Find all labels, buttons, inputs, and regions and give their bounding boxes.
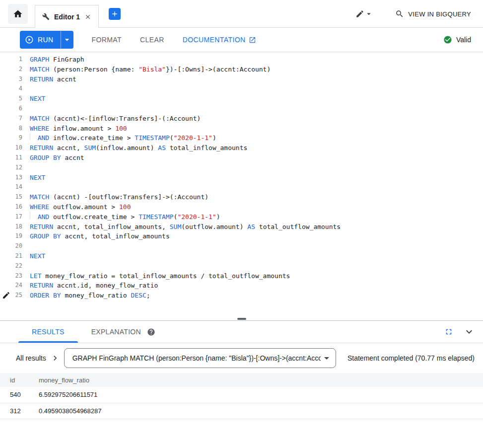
code-token: ) bbox=[212, 134, 216, 142]
bigquery-magnifier-icon bbox=[395, 9, 404, 18]
code-line[interactable] bbox=[30, 84, 483, 94]
line-number: 7 bbox=[0, 114, 22, 124]
code-line[interactable] bbox=[30, 261, 483, 271]
table-cell: 312 bbox=[0, 403, 29, 419]
code-token: (person:Person {name: bbox=[49, 66, 138, 73]
code-token: SUM bbox=[170, 223, 181, 230]
code-line[interactable]: NEXT bbox=[30, 251, 483, 261]
line-number: 15 bbox=[0, 192, 22, 202]
code-token: outflow.amount > bbox=[49, 203, 119, 211]
code-token: MATCH bbox=[30, 66, 49, 73]
code-token: RETURN bbox=[30, 75, 53, 83]
expand-results-button[interactable] bbox=[50, 353, 60, 363]
editor-tab-bar: Editor 1 VIEW IN BIGQUERY bbox=[0, 0, 483, 28]
code-line[interactable] bbox=[30, 163, 483, 173]
code-line[interactable]: MATCH (person:Person {name: "Bisla"})-[:… bbox=[30, 65, 483, 75]
indent-guide bbox=[30, 133, 38, 140]
clear-button[interactable]: CLEAR bbox=[140, 36, 164, 44]
statement-dropdown[interactable]: GRAPH FinGraph MATCH (person:Person {nam… bbox=[64, 348, 336, 368]
code-token: })-[:Owns]->(accnt:Account) bbox=[166, 66, 271, 73]
line-number: 4 bbox=[0, 84, 22, 94]
code-line[interactable]: RETURN accnt, SUM(inflow.amount) AS tota… bbox=[30, 143, 483, 153]
table-row: 5406.592975206611571 bbox=[0, 387, 483, 403]
fullscreen-button[interactable] bbox=[444, 327, 453, 336]
code-line[interactable]: NEXT bbox=[30, 94, 483, 104]
code-line[interactable]: MATCH (accnt)<-[inflow:Transfers]-(:Acco… bbox=[30, 114, 483, 124]
code-line[interactable]: LET money_flow_ratio = total_inflow_amou… bbox=[30, 271, 483, 281]
code-line[interactable]: MATCH (accnt) -[outflow:Transfers]->(:Ac… bbox=[30, 192, 483, 202]
run-caret-icon bbox=[62, 35, 72, 45]
line-number: 6 bbox=[0, 104, 22, 114]
documentation-link[interactable]: DOCUMENTATION bbox=[183, 36, 257, 44]
code-token: TIMESTAMP bbox=[135, 134, 169, 142]
check-circle-icon bbox=[443, 35, 452, 44]
code-line[interactable]: WHERE inflow.amount > 100 bbox=[30, 124, 483, 134]
line-number: 17 bbox=[0, 212, 22, 222]
line-number: 10 bbox=[0, 143, 22, 153]
panel-resize-handle[interactable] bbox=[237, 318, 246, 320]
line-number: 8 bbox=[0, 124, 22, 134]
code-token: AND bbox=[38, 134, 49, 142]
tab-explanation[interactable]: EXPLANATION bbox=[78, 321, 169, 343]
line-number: 2 bbox=[0, 65, 22, 75]
editor-tab-label: Editor 1 bbox=[54, 13, 80, 21]
line-number: 19 bbox=[0, 231, 22, 241]
wrench-icon bbox=[42, 13, 50, 20]
validation-status: Valid bbox=[443, 35, 471, 44]
inline-magic-pen-icon bbox=[2, 291, 10, 299]
code-token: FinGraph bbox=[49, 56, 84, 63]
code-line[interactable]: RETURN accnt bbox=[30, 75, 483, 84]
code-token: DESC bbox=[131, 292, 146, 299]
inline-suggestion-button[interactable] bbox=[2, 291, 10, 299]
line-number: 22 bbox=[0, 261, 22, 271]
sql-generation-button[interactable] bbox=[355, 9, 373, 18]
code-token: MATCH bbox=[30, 115, 49, 122]
code-token: WHERE bbox=[30, 203, 49, 211]
line-number: 24 bbox=[0, 281, 22, 291]
tab-editor-1[interactable]: Editor 1 bbox=[35, 5, 99, 28]
format-button[interactable]: FORMAT bbox=[92, 36, 122, 44]
code-line[interactable]: GROUP BY accnt, total_inflow_amounts bbox=[30, 231, 483, 241]
code-lines[interactable]: GRAPH FinGraphMATCH (person:Person {name… bbox=[30, 55, 483, 320]
code-token: accnt, bbox=[53, 144, 84, 151]
code-line[interactable]: WHERE outflow.amount > 100 bbox=[30, 202, 483, 212]
close-tab-icon[interactable] bbox=[84, 13, 91, 20]
code-line[interactable]: GRAPH FinGraph bbox=[30, 55, 483, 65]
help-icon[interactable] bbox=[147, 328, 155, 336]
code-token: AS bbox=[158, 144, 166, 151]
view-in-bigquery-label: VIEW IN BIGQUERY bbox=[408, 10, 471, 18]
results-panel-actions bbox=[444, 321, 483, 343]
dropdown-caret-icon bbox=[321, 352, 333, 364]
code-token: accnt, total_inflow_amounts, bbox=[53, 223, 170, 230]
run-options-button[interactable] bbox=[61, 31, 73, 49]
code-line[interactable] bbox=[30, 104, 483, 114]
code-line[interactable]: RETURN accnt, total_inflow_amounts, SUM(… bbox=[30, 222, 483, 232]
add-tab-button[interactable] bbox=[109, 8, 121, 20]
code-line[interactable]: AND inflow.create_time > TIMESTAMP("2020… bbox=[30, 133, 483, 143]
results-filter-bar: All results GRAPH FinGraph MATCH (person… bbox=[0, 343, 483, 373]
view-in-bigquery-button[interactable]: VIEW IN BIGQUERY bbox=[395, 9, 471, 18]
home-tab[interactable] bbox=[8, 4, 28, 24]
code-line[interactable]: ORDER BY money_flow_ratio DESC; bbox=[30, 291, 483, 300]
code-line[interactable]: NEXT bbox=[30, 173, 483, 183]
run-split-button: RUN bbox=[20, 31, 73, 49]
code-token: RETURN bbox=[30, 282, 53, 289]
results-table-header: idmoney_flow_ratio bbox=[0, 373, 483, 387]
collapse-panel-button[interactable] bbox=[463, 326, 475, 338]
code-token: 100 bbox=[115, 125, 127, 132]
code-token: (accnt) -[outflow:Transfers]->(:Account) bbox=[49, 193, 208, 201]
code-line[interactable]: GROUP BY accnt bbox=[30, 153, 483, 163]
run-button[interactable]: RUN bbox=[20, 31, 61, 49]
tab-results[interactable]: RESULTS bbox=[18, 321, 78, 343]
code-token: outflow.create_time > bbox=[49, 213, 138, 221]
code-token: RETURN bbox=[30, 223, 53, 230]
documentation-label: DOCUMENTATION bbox=[183, 36, 246, 44]
explanation-tab-label: EXPLANATION bbox=[91, 328, 141, 336]
code-line[interactable]: RETURN accnt.id, money_flow_ratio bbox=[30, 281, 483, 291]
statement-status: Statement completed (70.77 ms elapsed) bbox=[347, 354, 475, 362]
run-button-label: RUN bbox=[38, 36, 54, 44]
code-line[interactable]: AND outflow.create_time > TIMESTAMP("202… bbox=[30, 212, 483, 222]
code-line[interactable] bbox=[30, 241, 483, 251]
chevron-down-icon bbox=[463, 326, 475, 338]
code-line[interactable] bbox=[30, 182, 483, 192]
